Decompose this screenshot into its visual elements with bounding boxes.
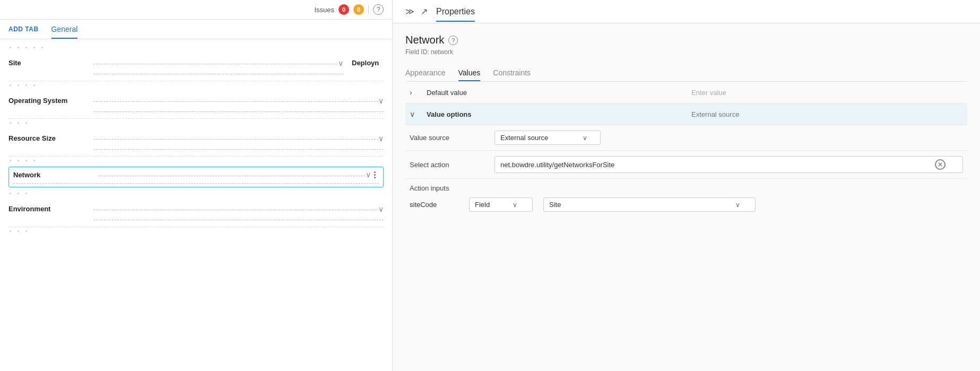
value-options-row: ∨ Value options External source	[405, 103, 967, 125]
select-action-row: Select action net.bowdre.utility/getNetw…	[405, 151, 967, 179]
os-field-row: Operating System ∨	[8, 89, 384, 119]
select-action-label: Select action	[410, 161, 495, 169]
environment-field-row: Environment ∨	[8, 197, 384, 227]
value-source-row: Value source External source ∨	[405, 125, 967, 151]
site-label: Site	[8, 56, 93, 67]
value-options-expand-icon[interactable]: ∨	[410, 110, 415, 118]
property-tabs: Appearance Values Constraints	[405, 64, 967, 82]
field-dropdown-arrow: ∨	[513, 201, 517, 209]
expand-icon[interactable]: ↗	[419, 5, 430, 18]
resource-size-control: ∨	[93, 131, 384, 150]
os-control: ∨	[93, 93, 384, 112]
left-panel: Issues 0 0 ? ADD TAB General Site ∨	[0, 0, 393, 371]
issues-badge-red: 0	[339, 4, 349, 15]
resource-size-label: Resource Size	[8, 131, 93, 142]
default-value-label: Default value	[427, 89, 467, 97]
dots-decoration-2	[8, 81, 384, 89]
value-source-dropdown[interactable]: External source ∨	[495, 131, 601, 145]
default-value-expand-icon[interactable]: ›	[410, 88, 412, 97]
kebab-menu[interactable]	[374, 171, 376, 178]
value-source-label: Value source	[410, 134, 495, 142]
site-dropdown-value: Site	[549, 201, 561, 209]
right-header: ≫ ↗ Properties	[393, 0, 980, 23]
site-dropdown-arrow[interactable]: ∨	[338, 56, 343, 67]
field-id: Field ID: network	[405, 48, 967, 56]
resource-size-field-row: Resource Size ∨	[8, 127, 384, 157]
tab-values[interactable]: Values	[458, 64, 481, 81]
field-dropdown-value: Field	[475, 201, 490, 209]
panel-title: Properties	[436, 7, 475, 22]
environment-dropdown-arrow[interactable]: ∨	[378, 202, 384, 213]
issues-label: Issues	[314, 6, 334, 14]
site-control: ∨	[93, 56, 343, 74]
site-value-arrow: ∨	[735, 201, 740, 209]
prop-help-icon[interactable]: ?	[448, 36, 458, 45]
network-label: Network	[13, 171, 98, 179]
tabs-row: ADD TAB General	[0, 20, 392, 39]
dots-decoration-6	[8, 227, 384, 235]
right-panel: ≫ ↗ Properties Network ? Field ID: netwo…	[393, 0, 980, 371]
prop-name-row: Network ?	[405, 34, 967, 46]
values-table: › Default value Enter value ∨ Value	[405, 82, 967, 125]
value-source-arrow: ∨	[574, 134, 587, 142]
default-value-row: › Default value Enter value	[405, 82, 967, 103]
os-label: Operating System	[8, 93, 93, 105]
tab-constraints[interactable]: Constraints	[493, 64, 531, 81]
select-action-value: net.bowdre.utility/getNetworksForSite	[500, 161, 926, 169]
tab-appearance[interactable]: Appearance	[405, 64, 446, 81]
sitecode-label: siteCode	[410, 201, 463, 209]
dots-decoration-top	[8, 44, 384, 51]
value-options-value: External source	[691, 110, 739, 118]
environment-control: ∨	[93, 202, 384, 220]
clear-select-action-button[interactable]: ✕	[935, 159, 946, 170]
default-value-input[interactable]: Enter value	[691, 89, 726, 97]
select-action-input[interactable]: net.bowdre.utility/getNetworksForSite ✕	[495, 156, 963, 173]
os-dropdown-arrow[interactable]: ∨	[378, 93, 384, 105]
site-field-row: Site ∨ Deployn	[8, 51, 384, 81]
action-inputs-header: Action inputs	[405, 179, 967, 194]
field-dropdown[interactable]: Field ∨	[469, 197, 533, 212]
help-icon[interactable]: ?	[373, 4, 384, 15]
dots-decoration-4	[8, 157, 384, 165]
dots-decoration-5	[8, 189, 384, 197]
tab-general[interactable]: General	[51, 20, 78, 39]
resource-size-dropdown-arrow[interactable]: ∨	[378, 131, 384, 143]
site-value-dropdown[interactable]: Site ∨	[543, 197, 756, 212]
issues-badge-orange: 0	[353, 4, 364, 15]
network-dropdown-arrow[interactable]: ∨	[366, 170, 371, 179]
value-options-label: Value options	[427, 110, 472, 118]
add-tab-button[interactable]: ADD TAB	[8, 20, 39, 38]
collapse-icon[interactable]: ≫	[403, 5, 417, 18]
prop-name: Network	[405, 34, 444, 46]
environment-label: Environment	[8, 202, 93, 213]
dots-decoration-3	[8, 119, 384, 127]
top-bar: Issues 0 0 ?	[0, 0, 392, 20]
form-area: Site ∨ Deployn Operating System	[0, 39, 392, 371]
sitecode-row: siteCode Field ∨ Site ∨	[405, 194, 967, 215]
props-content: Network ? Field ID: network Appearance V…	[393, 23, 980, 371]
chevron-icons: ≫ ↗	[403, 5, 430, 18]
deploy-label: Deployn	[352, 56, 384, 67]
network-field-highlighted[interactable]: Network ∨	[8, 167, 384, 187]
divider	[368, 5, 369, 14]
action-inputs-label: Action inputs	[410, 184, 449, 192]
value-source-value: External source	[500, 134, 548, 142]
